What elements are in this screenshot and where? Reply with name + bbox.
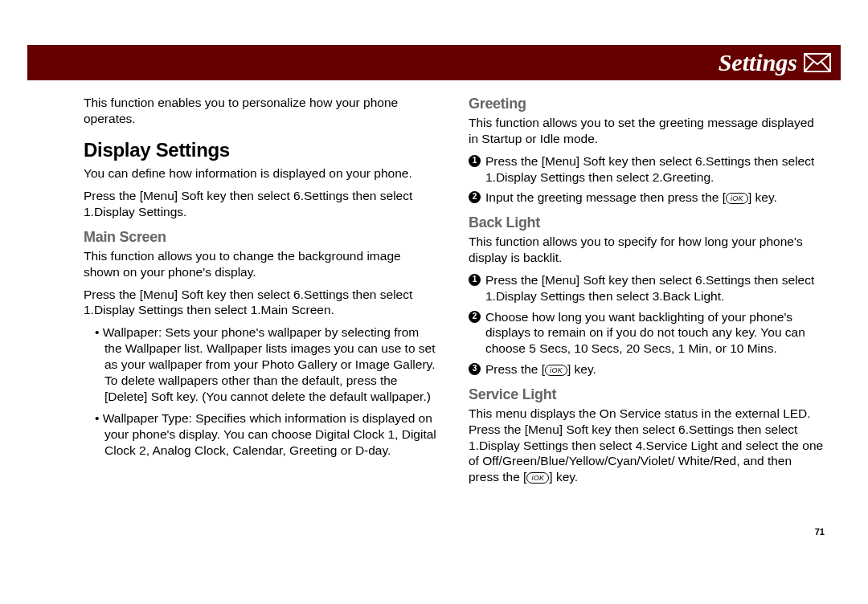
sl-desc: This menu displays the On Service status… bbox=[469, 406, 825, 485]
sl-desc-a: This menu displays the On Service status… bbox=[469, 406, 823, 484]
bl-step-2-text: Choose how long you want backlighting of… bbox=[485, 309, 825, 357]
heading-back-light: Back Light bbox=[469, 214, 825, 232]
ms-desc: This function allows you to change the b… bbox=[84, 248, 440, 280]
bl-step-1: 1 Press the [Menu] Soft key then select … bbox=[469, 272, 825, 304]
heading-service-light: Service Light bbox=[469, 386, 825, 404]
ms-path: Press the [Menu] Soft key then select 6.… bbox=[84, 287, 440, 319]
gr-step-2-a: Input the greeting message then press th… bbox=[485, 190, 726, 204]
gr-step-1: 1 Press the [Menu] Soft key then select … bbox=[469, 153, 825, 186]
bl-step-1-text: Press the [Menu] Soft key then select 6.… bbox=[485, 272, 825, 304]
gr-step-2: 2 Input the greeting message then press … bbox=[469, 190, 825, 206]
step-badge-3: 3 bbox=[469, 363, 481, 375]
bl-step-3-text: Press the [iOK] key. bbox=[485, 361, 825, 378]
ok-key-icon: iOK bbox=[526, 472, 549, 484]
intro-text: This function enables you to personalize… bbox=[84, 95, 440, 127]
ok-key-icon: iOK bbox=[726, 193, 748, 204]
ms-bullet-wallpaper-type: Wallpaper Type: Specifies which informat… bbox=[84, 410, 440, 458]
heading-main-screen: Main Screen bbox=[84, 228, 440, 247]
heading-greeting: Greeting bbox=[469, 95, 825, 113]
bl-step-3-a: Press the [ bbox=[485, 362, 545, 376]
left-column: This function enables you to personalize… bbox=[84, 95, 440, 564]
header-title: Settings bbox=[719, 49, 797, 76]
gr-step-1-text: Press the [Menu] Soft key then select 6.… bbox=[485, 153, 825, 186]
right-column: Greeting This function allows you to set… bbox=[469, 95, 825, 564]
bl-step-3-b: ] key. bbox=[567, 362, 596, 376]
gr-step-2-b: ] key. bbox=[748, 190, 777, 204]
heading-display-settings: Display Settings bbox=[84, 138, 440, 163]
bl-desc: This function allows you to specify for … bbox=[469, 234, 825, 266]
sl-desc-b: ] key. bbox=[549, 470, 578, 484]
step-badge-2: 2 bbox=[469, 311, 481, 323]
ds-desc: You can define how information is displa… bbox=[84, 165, 440, 182]
step-badge-1: 1 bbox=[469, 274, 481, 286]
step-badge-1: 1 bbox=[469, 155, 481, 167]
ds-path: Press the [Menu] Soft key then select 6.… bbox=[84, 188, 440, 220]
gr-desc: This function allows you to set the gree… bbox=[469, 115, 825, 147]
header-bar: Settings bbox=[27, 45, 841, 80]
page-number: 71 bbox=[815, 527, 825, 537]
gr-step-2-text: Input the greeting message then press th… bbox=[485, 190, 825, 206]
page-content: This function enables you to personalize… bbox=[84, 95, 825, 564]
ms-bullet-wallpaper: Wallpaper: Sets your phone's wallpaper b… bbox=[84, 324, 440, 404]
step-badge-2: 2 bbox=[469, 191, 481, 203]
ok-key-icon: iOK bbox=[545, 365, 567, 376]
bl-step-3: 3 Press the [iOK] key. bbox=[469, 361, 825, 378]
envelope-icon bbox=[804, 53, 831, 72]
bl-step-2: 2 Choose how long you want backlighting … bbox=[469, 309, 825, 357]
